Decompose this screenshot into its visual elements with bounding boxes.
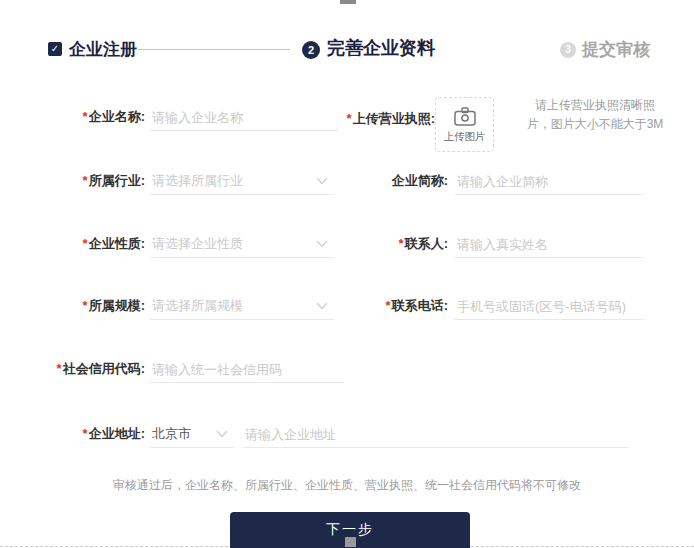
contact-phone-input[interactable]: [455, 293, 644, 320]
license-upload-hint-line1: 请上传营业执照清晰照: [502, 96, 688, 115]
credit-code-label: *社会信用代码:: [15, 360, 145, 378]
industry-select[interactable]: 请选择所属行业: [150, 168, 334, 195]
scrollbar-artifact-bottom: [345, 537, 356, 547]
chevron-down-icon: [216, 430, 228, 438]
contact-phone-label: *联系电话:: [322, 297, 448, 315]
company-address-input[interactable]: [243, 421, 629, 448]
company-nature-label: *企业性质:: [15, 235, 145, 253]
step-label-register: 企业注册: [69, 38, 137, 61]
required-asterisk: *: [386, 298, 391, 313]
required-asterisk: *: [83, 298, 88, 313]
step-done-checkbox-icon: ✓: [48, 42, 62, 56]
company-nature-select[interactable]: 请选择企业性质: [150, 231, 334, 258]
address-province-value: 北京市: [150, 425, 191, 443]
step-badge-3: 3: [560, 42, 576, 58]
required-asterisk: *: [83, 173, 88, 188]
scrollbar-artifact-top: [340, 0, 356, 4]
step-label-complete-info: 完善企业资料: [327, 36, 435, 60]
credit-code-input[interactable]: [150, 356, 344, 383]
business-license-label: *上传营业执照:: [300, 110, 435, 128]
company-address-label: *企业地址:: [15, 425, 145, 443]
license-upload-hint-line2: 片，图片大小不能大于3M: [502, 115, 688, 134]
address-province-select[interactable]: 北京市: [150, 421, 234, 448]
required-asterisk: *: [83, 236, 88, 251]
step-label-submit-review: 提交审核: [582, 38, 650, 61]
company-nature-select-placeholder: 请选择企业性质: [150, 235, 243, 253]
company-scale-label: *所属规模:: [15, 297, 145, 315]
upload-image-text: 上传图片: [444, 130, 486, 144]
required-asterisk: *: [399, 236, 404, 251]
industry-label: *所属行业:: [15, 172, 145, 190]
contact-person-label: *联系人:: [322, 235, 448, 253]
review-lock-notice: 审核通过后，企业名称、所属行业、企业性质、营业执照、统一社会信用代码将不可修改: [0, 477, 694, 494]
short-name-input[interactable]: [455, 168, 644, 195]
license-upload-hint: 请上传营业执照清晰照 片，图片大小不能大于3M: [502, 96, 688, 134]
short-name-label: 企业简称:: [322, 172, 448, 190]
industry-select-placeholder: 请选择所属行业: [150, 172, 243, 190]
step-badge-2: 2: [302, 41, 320, 59]
contact-person-input[interactable]: [455, 231, 644, 258]
license-upload-button[interactable]: 上传图片: [435, 97, 494, 152]
stepper-connector-line: [138, 49, 290, 50]
required-asterisk: *: [83, 109, 88, 124]
enterprise-registration-page: ✓ 企业注册 2 完善企业资料 3 提交审核 *企业名称: *所属行业: 请选择…: [0, 0, 694, 548]
company-scale-select[interactable]: 请选择所属规模: [150, 293, 334, 320]
required-asterisk: *: [347, 111, 352, 126]
company-name-label: *企业名称:: [15, 108, 145, 126]
company-scale-select-placeholder: 请选择所属规模: [150, 297, 243, 315]
required-asterisk: *: [83, 426, 88, 441]
required-asterisk: *: [57, 361, 62, 376]
camera-icon: [454, 107, 476, 126]
